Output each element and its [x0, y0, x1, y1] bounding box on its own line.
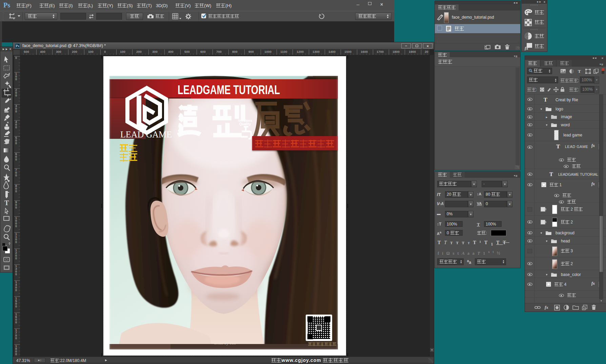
svg-text:LEADGAME TUTORIAL: LEADGAME TUTORIAL	[178, 83, 280, 97]
svg-text:fx: fx	[525, 46, 528, 50]
svg-text:LEAD GAME: LEAD GAME	[120, 129, 172, 140]
svg-text:T: T	[4, 199, 9, 207]
